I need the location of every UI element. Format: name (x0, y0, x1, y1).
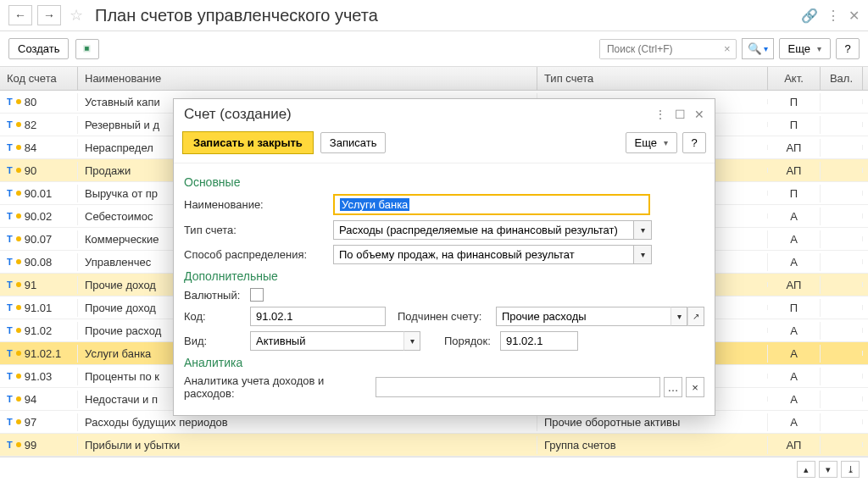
cell-active: АП (768, 162, 821, 180)
open-parent-icon[interactable]: ↗ (687, 307, 704, 326)
cell-code: T 80 (0, 93, 78, 111)
cell-code: T 90 (0, 162, 78, 180)
dialog-more-icon[interactable]: ⋮ (654, 108, 666, 121)
account-create-dialog: Счет (создание) ⋮ ☐ ✕ Записать и закрыть… (173, 98, 715, 416)
chevron-down-icon[interactable]: ▾ (403, 331, 420, 351)
refresh-icon (81, 43, 93, 55)
cell-currency (821, 145, 863, 150)
cell-active: А (768, 368, 821, 385)
dot-icon (16, 99, 21, 104)
favorite-star-icon[interactable]: ☆ (70, 6, 83, 25)
cell-active: П (768, 116, 821, 134)
column-active[interactable]: Акт. (768, 67, 821, 90)
link-icon[interactable]: 🔗 (801, 8, 818, 24)
currency-checkbox[interactable] (250, 288, 264, 302)
type-select[interactable]: ▾ (333, 220, 652, 240)
chevron-down-icon[interactable]: ▾ (633, 220, 652, 240)
save-button[interactable]: Записать (320, 132, 387, 153)
cell-currency (821, 191, 863, 196)
cell-currency (821, 351, 863, 356)
cell-currency (821, 396, 863, 402)
cell-active: А (768, 391, 821, 408)
cell-currency (821, 99, 863, 104)
cell-code: T 94 (0, 391, 78, 408)
top-bar: ← → ☆ План счетов управленческого учета … (0, 0, 868, 31)
nav-forward-button[interactable]: → (37, 5, 61, 25)
cell-active: А (768, 413, 821, 431)
cell-code: T 91 (0, 276, 78, 294)
toolbar-more-button[interactable]: Еще (779, 38, 831, 59)
more-dots-icon[interactable]: ⋮ (826, 8, 840, 24)
column-type[interactable]: Тип счета (537, 67, 768, 90)
cell-code: T 91.02 (0, 322, 78, 340)
cell-active: А (768, 345, 821, 363)
cell-active: П (768, 93, 821, 111)
analytics-input[interactable] (376, 377, 660, 397)
parent-label: Подчинен счету: (398, 310, 491, 323)
code-label: Код: (184, 310, 245, 323)
cell-active: П (768, 185, 821, 202)
column-currency[interactable]: Вал. (821, 67, 863, 90)
analytics-choose-icon[interactable]: … (664, 377, 682, 397)
cell-code: T 84 (0, 139, 78, 157)
cell-currency (821, 259, 863, 264)
order-input[interactable] (500, 331, 578, 351)
toolbar-help-button[interactable]: ? (836, 38, 860, 59)
kind-select[interactable]: ▾ (250, 331, 420, 351)
t-icon: T (7, 348, 13, 358)
dialog-body: Основные Наименование: Услуги банка Тип … (174, 163, 715, 415)
distribution-select-value[interactable] (333, 245, 633, 264)
search-clear-icon[interactable]: × (719, 42, 736, 55)
dot-icon (16, 168, 21, 173)
dot-icon (16, 145, 21, 150)
dialog-close-icon[interactable]: ✕ (694, 108, 704, 121)
dot-icon (16, 351, 21, 356)
dialog-help-button[interactable]: ? (682, 132, 706, 153)
column-code[interactable]: Код счета (0, 67, 78, 90)
t-icon: T (7, 257, 13, 267)
dialog-toolbar: Записать и закрыть Записать Еще ? (174, 126, 715, 163)
t-icon: T (7, 325, 13, 335)
t-icon: T (7, 211, 13, 221)
dot-icon (16, 122, 21, 127)
parent-value[interactable] (496, 307, 670, 326)
type-select-value[interactable] (333, 220, 633, 240)
refresh-button[interactable] (75, 39, 99, 59)
chevron-down-icon[interactable]: ▾ (670, 307, 687, 326)
page-down-button[interactable]: ▾ (819, 461, 837, 478)
cell-code: T 91.02.1 (0, 345, 78, 363)
kind-value[interactable] (250, 331, 403, 351)
column-name[interactable]: Наименование (78, 67, 537, 90)
distribution-select[interactable]: ▾ (333, 245, 652, 264)
code-input[interactable] (250, 307, 386, 326)
search-field[interactable]: × (599, 39, 737, 59)
search-button[interactable]: 🔍 ▾ (742, 38, 774, 59)
chevron-down-icon[interactable]: ▾ (633, 245, 652, 264)
dialog-title: Счет (создание) (184, 106, 292, 123)
nav-back-button[interactable]: ← (8, 5, 32, 25)
save-and-close-button[interactable]: Записать и закрыть (182, 131, 314, 154)
cell-currency (821, 374, 863, 379)
cell-code: T 82 (0, 116, 78, 134)
name-input[interactable]: Услуги банка (333, 194, 650, 215)
page-last-button[interactable]: ⤓ (841, 461, 860, 478)
cell-currency (821, 122, 863, 127)
table-row[interactable]: T 99Прибыли и убыткиГруппа счетовАП (0, 434, 868, 457)
dialog-header: Счет (создание) ⋮ ☐ ✕ (174, 99, 715, 126)
cell-active: АП (768, 276, 821, 294)
pager-bar: ▴ ▾ ⤓ (0, 457, 868, 481)
window-close-icon[interactable]: ✕ (849, 8, 860, 24)
currency-label: Валютный: (184, 289, 245, 302)
parent-select[interactable]: ▾ ↗ (496, 307, 704, 326)
page-up-button[interactable]: ▴ (797, 461, 815, 478)
dot-icon (16, 374, 21, 379)
search-input[interactable] (600, 40, 719, 58)
dialog-more-button[interactable]: Еще (626, 132, 677, 153)
order-label: Порядок: (444, 335, 495, 347)
analytics-clear-icon[interactable]: × (686, 377, 704, 397)
cell-currency (821, 305, 863, 310)
create-button[interactable]: Создать (8, 38, 69, 59)
t-icon: T (7, 302, 13, 313)
cell-active: А (768, 322, 821, 340)
dialog-maximize-icon[interactable]: ☐ (675, 108, 686, 121)
